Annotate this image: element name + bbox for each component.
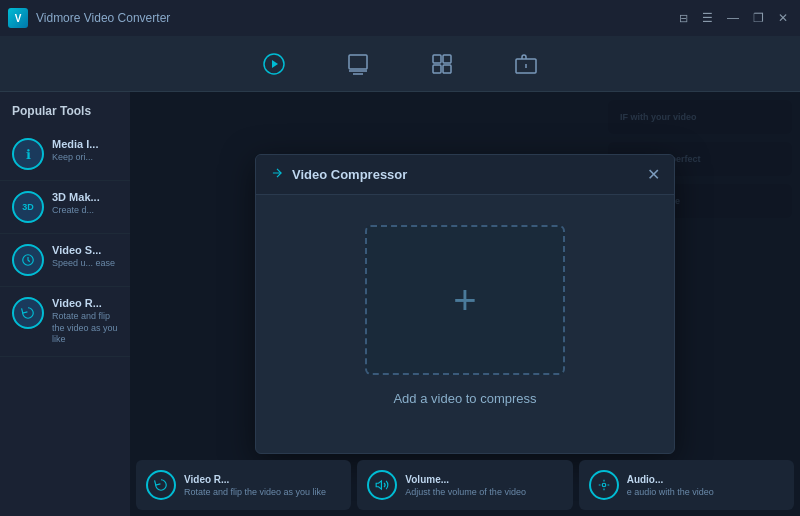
sidebar-item-media-info[interactable]: ℹ Media I... Keep ori... xyxy=(0,128,130,181)
video-rotator-desc: Rotate and flip the video as you like xyxy=(52,311,118,346)
modal-close-button[interactable]: ✕ xyxy=(647,165,660,184)
svg-rect-7 xyxy=(433,65,441,73)
restore-button[interactable]: ❐ xyxy=(749,9,768,27)
video-speed-name: Video S... xyxy=(52,244,118,256)
svg-marker-1 xyxy=(272,60,278,68)
drop-zone-plus-icon: + xyxy=(453,280,476,320)
svg-rect-5 xyxy=(433,55,441,63)
video-rotator-icon xyxy=(12,297,44,329)
3d-maker-icon: 3D xyxy=(12,191,44,223)
caption-icon[interactable]: ⊟ xyxy=(675,10,692,27)
content-area: IF with your video deos to the perfect s… xyxy=(130,92,800,516)
modal-title: Video Compressor xyxy=(292,167,647,182)
video-drop-zone[interactable]: + xyxy=(365,225,565,375)
minimize-button[interactable]: — xyxy=(723,9,743,27)
main-layout: Popular Tools ℹ Media I... Keep ori... 3… xyxy=(0,92,800,516)
svg-rect-6 xyxy=(443,55,451,63)
nav-convert[interactable] xyxy=(262,52,286,76)
video-speed-desc: Speed u... ease xyxy=(52,258,118,270)
nav-toolbox[interactable] xyxy=(514,52,538,76)
3d-maker-name: 3D Mak... xyxy=(52,191,118,203)
app-title: Vidmore Video Converter xyxy=(36,11,170,25)
sidebar-title: Popular Tools xyxy=(0,104,130,128)
nav-collage[interactable] xyxy=(430,52,454,76)
sidebar: Popular Tools ℹ Media I... Keep ori... 3… xyxy=(0,92,130,516)
video-speed-icon xyxy=(12,244,44,276)
svg-rect-8 xyxy=(443,65,451,73)
modal-header: Video Compressor ✕ xyxy=(256,155,674,195)
modal-body: + Add a video to compress xyxy=(256,195,674,426)
modal-header-icon xyxy=(270,166,284,183)
nav-edit[interactable] xyxy=(346,52,370,76)
window-controls: ⊟ ☰ — ❐ ✕ xyxy=(675,9,792,27)
media-info-name: Media I... xyxy=(52,138,118,150)
modal-overlay: Video Compressor ✕ + Add a video to comp… xyxy=(130,92,800,516)
top-nav xyxy=(0,36,800,92)
drop-zone-label: Add a video to compress xyxy=(393,391,536,406)
sidebar-item-video-rotator[interactable]: Video R... Rotate and flip the video as … xyxy=(0,287,130,357)
media-info-icon: ℹ xyxy=(12,138,44,170)
close-button[interactable]: ✕ xyxy=(774,9,792,27)
video-compressor-modal: Video Compressor ✕ + Add a video to comp… xyxy=(255,154,675,454)
sidebar-item-3d-maker[interactable]: 3D 3D Mak... Create d... xyxy=(0,181,130,234)
menu-icon[interactable]: ☰ xyxy=(698,9,717,27)
media-info-desc: Keep ori... xyxy=(52,152,118,164)
video-rotator-name: Video R... xyxy=(52,297,118,309)
app-logo: V xyxy=(8,8,28,28)
svg-rect-2 xyxy=(349,55,367,69)
title-bar: V Vidmore Video Converter ⊟ ☰ — ❐ ✕ xyxy=(0,0,800,36)
sidebar-item-video-speed[interactable]: Video S... Speed u... ease xyxy=(0,234,130,287)
3d-maker-desc: Create d... xyxy=(52,205,118,217)
